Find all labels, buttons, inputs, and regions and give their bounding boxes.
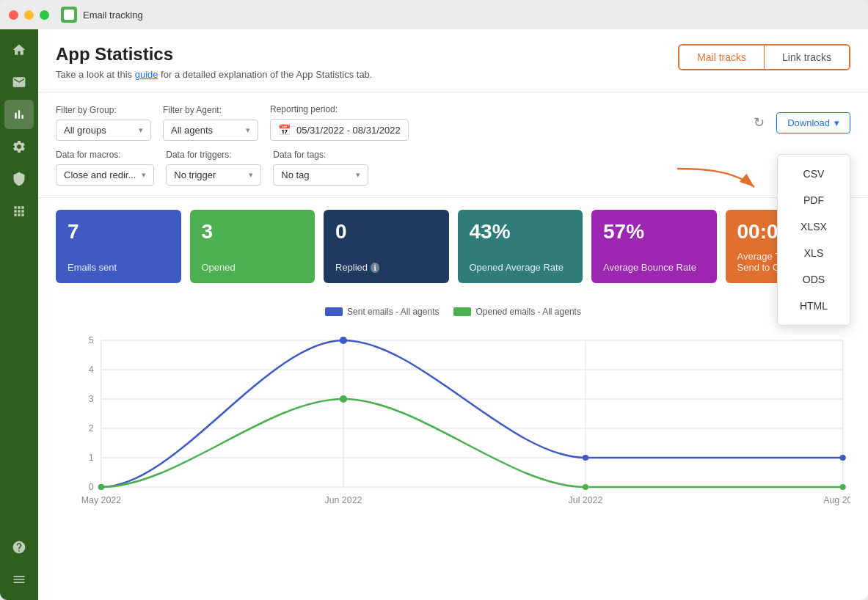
agent-chevron: ▾ [246, 125, 250, 135]
macros-select[interactable]: Close and redir... ▾ [56, 164, 154, 186]
triggers-value: No trigger [174, 169, 216, 180]
page-subtitle: Take a look at this guide for a detailed… [56, 69, 850, 80]
stat-opened: 3 Opened [190, 210, 316, 283]
app-icon [61, 7, 77, 23]
svg-text:2: 2 [89, 423, 94, 433]
stat-emails-sent: 7 Emails sent [56, 210, 181, 283]
agent-value: All agents [171, 125, 213, 136]
sidebar-item-settings[interactable] [4, 132, 34, 161]
svg-text:1: 1 [89, 453, 94, 463]
filter-group-macros: Data for macros: Close and redir... ▾ [56, 150, 154, 186]
stat-value-emails-sent: 7 [68, 220, 169, 244]
svg-text:3: 3 [89, 394, 94, 404]
filter-group-group: Filter by Group: All groups ▾ [56, 105, 151, 141]
stat-replied: 0 Replied ℹ [324, 210, 449, 283]
agent-select[interactable]: All agents ▾ [163, 120, 258, 141]
page-header: App Statistics Take a look at this guide… [38, 29, 868, 92]
stat-opened-rate: 43% Opened Average Rate [458, 210, 583, 283]
legend-sent: Sent emails - All agents [325, 307, 439, 317]
download-option-xlsx[interactable]: XLSX [778, 213, 850, 240]
svg-point-25 [340, 395, 347, 403]
svg-point-22 [583, 455, 588, 461]
tabs-area: Mail tracks Link tracks [678, 44, 850, 70]
sidebar-item-email[interactable] [4, 67, 34, 97]
minimize-button[interactable] [24, 10, 34, 20]
filter-group-agent: Filter by Agent: All agents ▾ [163, 105, 258, 141]
legend-sent-color [325, 307, 343, 316]
legend-opened-label: Opened emails - All agents [475, 307, 580, 317]
download-option-csv[interactable]: CSV [778, 161, 850, 187]
download-dropdown: CSV PDF XLSX XLS ODS HTML [777, 154, 850, 326]
stat-value-opened: 3 [202, 220, 304, 244]
group-chevron: ▾ [139, 125, 143, 135]
tab-mail-tracks[interactable]: Mail tracks [679, 45, 765, 69]
triggers-label: Data for triggers: [166, 150, 261, 160]
macros-value: Close and redir... [64, 169, 136, 180]
stat-label-opened-rate: Opened Average Rate [470, 262, 572, 273]
subtitle-suffix: for a detailed explanation of the App St… [158, 69, 372, 80]
chart-legend: Sent emails - All agents Opened emails -… [56, 307, 850, 317]
tags-value: No tag [281, 169, 309, 180]
tags-select[interactable]: No tag ▾ [273, 164, 368, 186]
filter-row-1: Filter by Group: All groups ▾ Filter by … [56, 104, 850, 141]
download-label: Download [787, 117, 830, 128]
titlebar-title: Email tracking [83, 10, 143, 21]
filter-group-period: Reporting period: 📅 05/31/2022 - 08/31/2… [270, 104, 409, 141]
svg-text:5: 5 [89, 335, 94, 345]
refresh-button[interactable]: ↻ [747, 111, 770, 134]
app-window: Email tracking [0, 0, 868, 600]
group-select[interactable]: All groups ▾ [56, 120, 151, 141]
filter-row-2: Data for macros: Close and redir... ▾ Da… [56, 150, 850, 186]
legend-sent-label: Sent emails - All agents [347, 307, 439, 317]
period-input[interactable]: 📅 05/31/2022 - 08/31/2022 [270, 119, 409, 141]
svg-text:4: 4 [89, 365, 94, 375]
filters: Filter by Group: All groups ▾ Filter by … [38, 92, 868, 198]
stat-label-bounce-rate: Average Bounce Rate [603, 262, 705, 273]
download-option-pdf[interactable]: PDF [778, 187, 850, 213]
tab-link-tracks[interactable]: Link tracks [765, 45, 849, 69]
close-button[interactable] [9, 10, 18, 20]
triggers-select[interactable]: No trigger ▾ [166, 164, 261, 186]
download-option-xls[interactable]: XLS [778, 240, 850, 266]
tags-label: Data for tags: [273, 150, 368, 160]
subtitle-prefix: Take a look at this [56, 69, 135, 80]
svg-text:0: 0 [89, 482, 94, 492]
stats-cards: 7 Emails sent 3 Opened 0 Replied ℹ 43% O… [38, 198, 868, 295]
sidebar-item-statistics[interactable] [4, 100, 34, 129]
stat-value-bounce-rate: 57% [603, 220, 705, 244]
svg-text:Jun 2022: Jun 2022 [324, 495, 362, 505]
filter-group-tags: Data for tags: No tag ▾ [273, 150, 368, 186]
titlebar: Email tracking [0, 0, 868, 29]
download-option-ods[interactable]: ODS [778, 266, 850, 293]
sidebar-item-menu[interactable] [4, 565, 34, 594]
fullscreen-button[interactable] [40, 10, 49, 20]
period-value: 05/31/2022 - 08/31/2022 [296, 125, 401, 136]
download-option-html[interactable]: HTML [778, 293, 850, 319]
stat-label-opened: Opened [202, 262, 304, 273]
svg-text:Jul 2022: Jul 2022 [569, 495, 603, 505]
triggers-chevron: ▾ [249, 170, 253, 180]
stat-value-replied: 0 [335, 220, 437, 244]
guide-link[interactable]: guide [135, 69, 158, 80]
svg-point-21 [340, 337, 347, 344]
download-button[interactable]: Download ▾ [776, 112, 850, 133]
sidebar-item-security[interactable] [4, 164, 34, 194]
sidebar [0, 29, 38, 600]
svg-point-23 [840, 455, 846, 461]
stat-bounce-rate: 57% Average Bounce Rate [591, 210, 717, 283]
download-chevron-icon: ▾ [834, 117, 839, 128]
sidebar-item-home[interactable] [4, 35, 34, 65]
chart-container: 0 1 2 3 4 5 May 2022 Jun 2022 Jul 2022 A… [56, 326, 850, 516]
legend-opened: Opened emails - All agents [453, 307, 580, 317]
main-content: App Statistics Take a look at this guide… [38, 29, 868, 600]
chart-area: Sent emails - All agents Opened emails -… [38, 295, 868, 528]
sidebar-item-apps[interactable] [4, 197, 34, 226]
calendar-icon: 📅 [278, 124, 291, 136]
svg-point-24 [98, 484, 104, 490]
macros-label: Data for macros: [56, 150, 154, 160]
svg-text:May 2022: May 2022 [81, 495, 122, 505]
svg-text:Aug 2022: Aug 2022 [823, 495, 850, 505]
agent-label: Filter by Agent: [163, 105, 258, 115]
sidebar-item-help[interactable] [4, 533, 34, 562]
period-label: Reporting period: [270, 104, 409, 114]
